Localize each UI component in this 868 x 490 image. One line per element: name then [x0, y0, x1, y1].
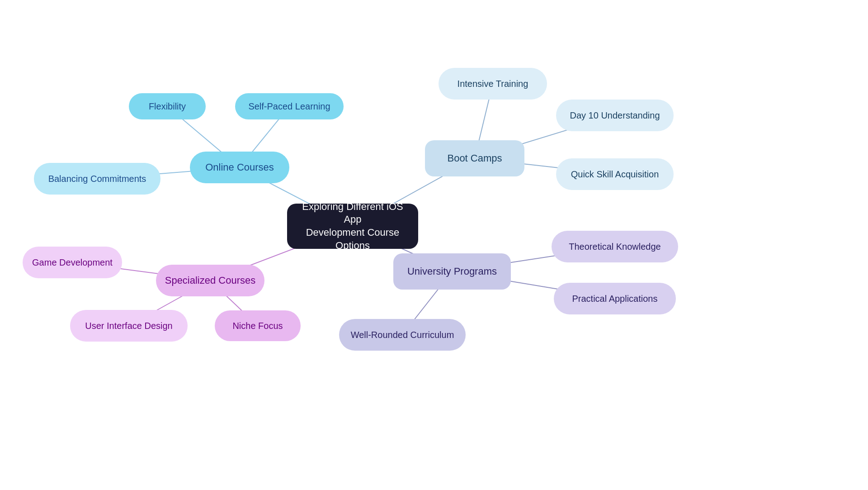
intensive-node: Intensive Training: [439, 68, 547, 100]
center-node: Exploring Different iOS App Development …: [287, 204, 418, 249]
game-label: Game Development: [32, 257, 113, 268]
ui-node: User Interface Design: [70, 310, 188, 342]
university-node: University Programs: [393, 253, 511, 290]
game-node: Game Development: [23, 247, 122, 278]
intensive-label: Intensive Training: [458, 79, 528, 89]
online-courses-node: Online Courses: [190, 152, 289, 183]
wellrounded-node: Well-Rounded Curriculum: [339, 319, 466, 351]
balancing-node: Balancing Commitments: [34, 163, 160, 195]
self-paced-node: Self-Paced Learning: [235, 93, 344, 119]
boot-camps-node: Boot Camps: [425, 140, 524, 176]
niche-label: Niche Focus: [232, 321, 283, 331]
practical-label: Practical Applications: [572, 294, 658, 304]
practical-node: Practical Applications: [554, 283, 676, 314]
online-courses-label: Online Courses: [205, 162, 274, 173]
university-label: University Programs: [407, 266, 497, 277]
quick-node: Quick Skill Acquisition: [556, 158, 674, 190]
quick-label: Quick Skill Acquisition: [571, 169, 659, 180]
center-label: Exploring Different iOS App Development …: [296, 200, 409, 252]
theoretical-node: Theoretical Knowledge: [552, 231, 678, 262]
self-paced-label: Self-Paced Learning: [248, 101, 330, 112]
wellrounded-label: Well-Rounded Curriculum: [351, 330, 454, 340]
flexibility-node: Flexibility: [129, 93, 206, 119]
boot-camps-label: Boot Camps: [447, 152, 502, 164]
specialized-label: Specialized Courses: [165, 275, 256, 286]
theoretical-label: Theoretical Knowledge: [569, 242, 660, 252]
ui-label: User Interface Design: [85, 321, 172, 331]
day10-node: Day 10 Understanding: [556, 100, 674, 131]
flexibility-label: Flexibility: [149, 101, 186, 112]
balancing-label: Balancing Commitments: [48, 174, 146, 184]
specialized-node: Specialized Courses: [156, 265, 264, 296]
niche-node: Niche Focus: [215, 310, 301, 341]
day10-label: Day 10 Understanding: [570, 110, 660, 121]
